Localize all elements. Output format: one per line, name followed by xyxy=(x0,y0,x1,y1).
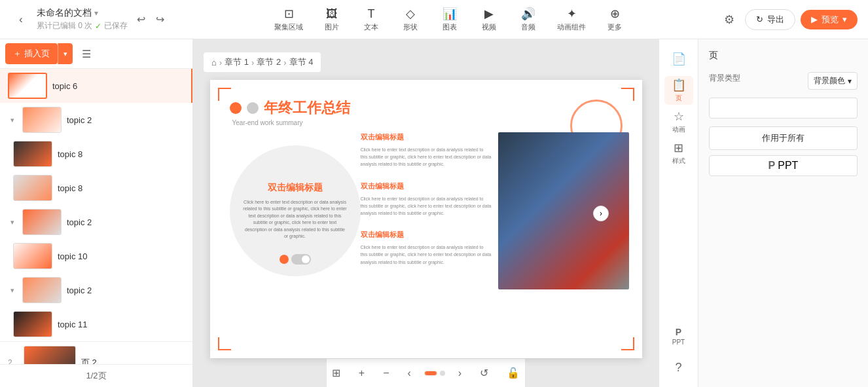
expand-arrow-icon[interactable]: ▾ xyxy=(8,113,17,127)
next-slide-button[interactable]: › xyxy=(453,365,467,382)
saved-status: 已保存 xyxy=(104,20,128,31)
right-text-3: Click here to enter text description or … xyxy=(361,244,492,266)
back-button[interactable]: ‹ xyxy=(10,9,31,30)
right-text-2: Click here to enter text description or … xyxy=(361,195,492,217)
right-text-1: Click here to enter text description or … xyxy=(361,146,492,168)
bg-type-row: 背景类型 背景颜色 ▾ xyxy=(709,72,858,90)
bg-type-label: 背景类型 xyxy=(709,73,740,84)
star-icon: ☆ xyxy=(674,109,684,124)
toggle-track[interactable] xyxy=(291,254,311,265)
slide-main-title[interactable]: 年终工作总结 xyxy=(230,98,350,118)
animation-icon-button[interactable]: ☆ 动画 xyxy=(664,107,693,136)
zoom-in-button[interactable]: + xyxy=(353,365,370,382)
list-item[interactable]: ▾ topic 2 xyxy=(0,205,192,239)
breadcrumb-home-icon[interactable]: ⌂ xyxy=(211,58,217,67)
audio-tool[interactable]: 🔊 音频 xyxy=(510,4,547,35)
props-title: 页 xyxy=(709,50,858,62)
undo-button[interactable]: ↩ xyxy=(133,10,149,28)
expand-arrow-icon[interactable]: ▾ xyxy=(8,284,17,297)
text-icon: T xyxy=(368,7,375,21)
preview-button[interactable]: ▶ 预览 ▾ xyxy=(801,10,858,29)
edit-count: 累计已编辑 0 次 xyxy=(37,20,92,31)
slide-thumbnail xyxy=(13,243,52,269)
breadcrumb-item-3[interactable]: 章节 4 xyxy=(289,56,314,68)
chart-tool[interactable]: 📊 图表 xyxy=(431,4,468,35)
ppt-export-button[interactable]: P PPT xyxy=(709,155,858,176)
video-tool[interactable]: ▶ 视频 xyxy=(471,4,507,35)
bg-type-value: 背景颜色 xyxy=(814,75,845,86)
breadcrumb-item-2[interactable]: 章节 2 xyxy=(257,56,281,68)
style-icon-button[interactable]: ⊞ 样式 xyxy=(664,139,693,168)
toolbar-right: ⚙ ↻ 导出 ▶ 预览 ▾ xyxy=(719,9,858,30)
list-item[interactable]: topic 8 xyxy=(0,171,192,205)
canvas-content: 年终工作总结 Year-end work summary 双击编辑标题 Clic… xyxy=(210,80,642,358)
list-item[interactable]: ▾ topic 2 xyxy=(0,273,192,307)
slide-thumbnail xyxy=(13,311,52,337)
list-item[interactable]: topic 11 xyxy=(0,307,192,341)
grid-view-button[interactable]: ⊞ xyxy=(327,364,346,382)
list-item[interactable]: topic 8 xyxy=(0,137,192,171)
export-button[interactable]: ↻ 导出 xyxy=(745,9,795,30)
page2-label: 页 2 xyxy=(81,357,97,364)
page-active-label: 页 xyxy=(676,94,682,103)
big-circle[interactable]: 双击编辑标题 Click here to enter text descript… xyxy=(230,145,361,276)
menu-icon-button[interactable]: ☰ xyxy=(77,45,96,63)
circle-area: 双击编辑标题 Click here to enter text descript… xyxy=(230,145,361,276)
list-item[interactable]: ▾ topic 2 xyxy=(0,103,192,137)
page-dot-active[interactable] xyxy=(424,371,437,376)
grid-icon: ⊞ xyxy=(674,141,683,155)
page-dots xyxy=(424,371,445,376)
title-area: 未命名的文档 ▾ 累计已编辑 0 次 ✓ 已保存 xyxy=(37,7,128,31)
export-label: 导出 xyxy=(767,14,784,26)
expand-arrow-icon[interactable]: ▾ xyxy=(8,215,17,229)
slide-name: topic 10 xyxy=(58,251,88,261)
help-icon-button[interactable]: ? xyxy=(664,353,693,382)
slide-right-content: 双击编辑标题 Click here to enter text descript… xyxy=(361,132,492,279)
lock-button[interactable]: 🔓 xyxy=(501,364,525,382)
corner-br xyxy=(621,337,634,350)
prev-slide-button[interactable]: ‹ xyxy=(403,365,416,382)
animation-tool[interactable]: ✦ 动画组件 xyxy=(549,4,594,35)
settings-icon[interactable]: ⚙ xyxy=(719,9,740,30)
title-dropdown-icon[interactable]: ▾ xyxy=(94,9,98,18)
right-section-2[interactable]: 双击编辑标题 Click here to enter text descript… xyxy=(361,181,492,217)
page-doc-icon: 📄 xyxy=(672,52,686,66)
animation-panel-label: 动画 xyxy=(672,125,685,134)
page-icon-button[interactable]: 📄 xyxy=(664,45,693,73)
preview-arrow-icon: ▾ xyxy=(842,14,847,24)
page2-icon-button[interactable]: 📋 页 xyxy=(664,76,693,105)
slide-canvas: 年终工作总结 Year-end work summary 双击编辑标题 Clic… xyxy=(210,80,642,358)
rotate-button[interactable]: ↺ xyxy=(475,364,494,382)
image-tool[interactable]: 🖼 图片 xyxy=(314,5,350,35)
list-item[interactable]: topic 6 xyxy=(0,69,192,103)
ppt-button-label: PPT xyxy=(778,160,798,172)
more-label: 更多 xyxy=(607,22,622,32)
bg-type-select[interactable]: 背景颜色 ▾ xyxy=(808,72,858,90)
audio-icon: 🔊 xyxy=(521,7,535,21)
zoom-out-button[interactable]: − xyxy=(378,365,394,382)
insert-dropdown-button[interactable]: ▾ xyxy=(58,43,73,64)
insert-button[interactable]: ＋ 插入页 xyxy=(5,43,58,64)
text-tool[interactable]: T 文本 xyxy=(353,5,389,35)
slide-name: topic 11 xyxy=(58,320,88,329)
page-dot-inactive[interactable] xyxy=(440,371,445,376)
left-panel: ＋ 插入页 ▾ ☰ topic 6 ▾ topic 2 topic 8 xyxy=(0,39,193,387)
doc-status: 累计已编辑 0 次 ✓ 已保存 xyxy=(37,20,128,31)
slide-thumbnail xyxy=(8,73,47,99)
expand-right-button[interactable]: › xyxy=(593,206,609,221)
right-section-1[interactable]: 双击编辑标题 Click here to enter text descript… xyxy=(361,132,492,168)
breadcrumb-item-1[interactable]: 章节 1 xyxy=(225,56,249,68)
topic-list: topic 6 ▾ topic 2 topic 8 topic 8 ▾ xyxy=(0,69,192,364)
focus-tool[interactable]: ⊡ 聚集区域 xyxy=(266,4,311,35)
ppt-icon-button[interactable]: P PPT xyxy=(664,322,693,350)
shape-tool[interactable]: ◇ 形状 xyxy=(392,4,429,35)
more-tool[interactable]: ⊕ 更多 xyxy=(596,4,633,35)
page2-item[interactable]: 2 页 2 xyxy=(0,341,192,364)
bg-color-input[interactable] xyxy=(709,98,858,119)
right-section-3[interactable]: 双击编辑标题 Click here to enter text descript… xyxy=(361,230,492,266)
list-item[interactable]: topic 10 xyxy=(0,239,192,273)
circle-title: 双击编辑标题 xyxy=(268,182,323,194)
main-title-text: 年终工作总结 xyxy=(264,98,350,118)
apply-all-button[interactable]: 作用于所有 xyxy=(709,126,858,150)
redo-button[interactable]: ↪ xyxy=(152,10,168,28)
